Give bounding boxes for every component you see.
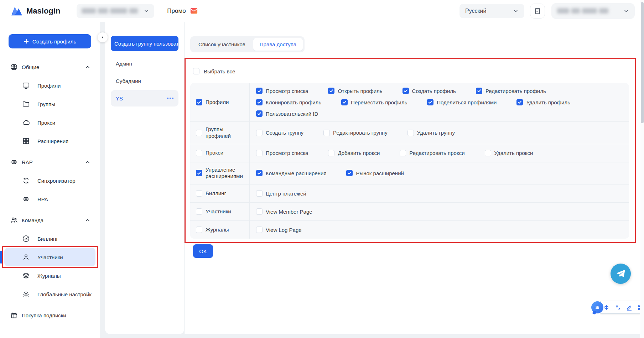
translate-bubble-icon[interactable] [591,301,603,313]
ok-button[interactable]: OK [193,244,213,258]
category-checkbox[interactable] [196,227,202,233]
tab-inactive[interactable]: Список участников [192,38,252,51]
permission-checkbox[interactable] [328,150,334,156]
pencil-icon[interactable] [626,304,633,311]
permission-checkbox[interactable] [402,88,409,94]
permission-checkbox[interactable] [256,150,263,156]
permission-category: Прокси [190,144,250,162]
docs-button[interactable] [530,4,545,19]
permission-checkbox[interactable] [516,99,523,105]
telegram-button[interactable] [611,264,631,284]
chevron-up-icon[interactable] [85,64,90,70]
app-window: Maslogin Промо Русский [0,0,644,338]
sidebar-item-extensions[interactable]: Расширения [4,132,95,150]
category-checkbox[interactable] [196,130,202,136]
scrollbar-thumb[interactable] [641,2,644,123]
create-profile-button[interactable]: Создать профиль [9,34,91,48]
permission-label: Центр платежей [266,191,306,197]
sidebar-item-team[interactable]: Команда [4,211,95,229]
permission-row: ПроксиПросмотр спискаДобавить проксиРеда… [190,144,629,162]
select-all-row: Выбрать все [193,68,640,74]
tab-bar: Список участниковПрава доступа [190,36,305,52]
sidebar-item-proxy[interactable]: Прокси [4,113,95,132]
category-checkbox[interactable] [196,190,202,197]
permission-item: Удалить профиль [516,99,570,105]
permission-checkbox[interactable] [256,99,263,105]
sidebar-item-members[interactable]: Участники [4,248,95,266]
user-group-item[interactable]: Админ [111,55,178,72]
permission-item: Клонировать профиль [256,99,321,105]
category-checkbox[interactable] [196,99,202,105]
group-menu-icon[interactable] [167,98,173,99]
category-checkbox[interactable] [196,150,202,156]
sidebar-item-groups[interactable]: Группы [4,95,95,113]
chinese-icon[interactable] [603,304,610,311]
maslogin-logo-icon [11,6,23,16]
pinyin-icon[interactable] [614,304,621,311]
permission-label: Пользовательский ID [266,111,318,117]
user-group-item[interactable]: YS [111,90,178,106]
user-account-select[interactable] [551,3,635,19]
permission-checkbox[interactable] [256,110,263,117]
language-select[interactable]: Русский [459,4,524,18]
permission-checkbox[interactable] [256,227,263,233]
permission-checkbox[interactable] [346,170,353,176]
permission-checkbox[interactable] [427,99,433,105]
permission-label: Открыть профиль [338,88,382,94]
permission-checkbox[interactable] [400,150,406,156]
sidebar-item-general[interactable]: Общие [4,58,95,76]
chevron-up-icon[interactable] [85,217,90,223]
sidebar-item-buy-subscription[interactable]: Покупка подписки [4,306,95,324]
create-user-group-label: Создать группу пользовате [114,41,178,47]
permission-item: Переместить профиль [341,99,407,105]
promo-link[interactable]: Промо [167,7,198,15]
collapse-panel-button[interactable] [98,32,108,42]
permission-item: View Log Page [256,227,302,233]
user-groups-panel: Создать группу пользовате АдминСубадминY… [105,22,184,334]
sidebar-item-profiles[interactable]: Профили [4,76,95,95]
permission-checkbox[interactable] [256,130,263,136]
chevron-down-icon [144,8,149,14]
permission-items: Просмотр спискаОткрыть профильСоздать пр… [250,83,629,121]
workspace-select[interactable] [77,4,154,18]
user-group-item[interactable]: Субадмин [111,73,178,89]
permission-item: Рынок расширений [346,170,404,176]
select-all-label: Выбрать все [204,68,235,74]
tab-active[interactable]: Права доступа [253,38,303,51]
category-checkbox[interactable] [196,208,202,215]
sidebar-item-rap[interactable]: RAP [4,153,95,171]
permission-checkbox[interactable] [328,88,334,94]
permission-checkbox[interactable] [476,88,482,94]
grid-icon [22,137,30,145]
chevron-up-icon[interactable] [85,159,90,165]
permission-item: Удалить прокси [485,150,533,156]
permission-checkbox[interactable] [407,130,414,136]
sidebar-item-logs[interactable]: Журналы [4,266,95,285]
permission-checkbox[interactable] [256,88,263,94]
sidebar-item-synchronizer[interactable]: Синхронизатор [4,171,95,190]
permission-label: Клонировать профиль [266,99,321,105]
category-checkbox[interactable] [196,170,202,176]
translate-toolbar [600,301,644,314]
sidebar-item-label: Синхронизатор [37,178,76,184]
sidebar-item-global-settings[interactable]: Глобальные настройк [4,285,95,303]
permission-checkbox[interactable] [256,208,263,215]
permission-label: Поделиться профилями [437,99,497,105]
create-user-group-button[interactable]: Создать группу пользовате [111,36,178,51]
permission-checkbox[interactable] [485,150,491,156]
permission-row: ЖурналыView Log Page [190,221,629,239]
page-scrollbar[interactable] [640,0,644,338]
sidebar-item-rpa[interactable]: RPA [4,190,95,208]
layers-icon [22,272,30,280]
permission-label: Редактировать группу [333,130,388,136]
permission-checkbox[interactable] [256,170,263,176]
permission-checkbox[interactable] [256,190,263,197]
sidebar-item-billing[interactable]: Биллинг [4,229,95,248]
permissions-table: ПрофилиПросмотр спискаОткрыть профильСоз… [190,83,629,239]
permission-label: Добавить прокси [338,150,380,156]
select-all-checkbox[interactable] [193,68,199,74]
permission-checkbox[interactable] [323,130,330,136]
brand-name: Maslogin [26,6,60,16]
permission-checkbox[interactable] [341,99,348,105]
permission-item: Создать группу [256,130,303,136]
